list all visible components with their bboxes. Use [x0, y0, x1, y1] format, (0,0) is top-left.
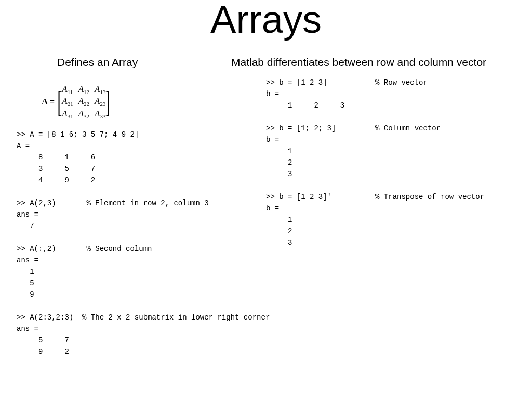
matrix-cell: A13	[95, 84, 105, 95]
matrix-cell: A12	[78, 84, 89, 95]
matrix-equation: A = [ A11 A12 A13 A21 A22 A23 A31 A32 A3…	[42, 84, 110, 119]
matrix-cell: A21	[62, 96, 73, 107]
matrix-cell: A23	[95, 96, 105, 107]
slide-title: Arrays	[0, 0, 532, 42]
matrix-cell: A31	[62, 109, 73, 119]
matrix-cell: A33	[95, 109, 105, 119]
subtitle-right: Matlab differentiates between row and co…	[231, 56, 486, 69]
left-bracket-icon: [	[58, 86, 62, 117]
right-bracket-icon: ]	[105, 86, 110, 117]
slide: Arrays Defines an Array Matlab different…	[0, 0, 532, 399]
matrix-cell: A32	[78, 109, 89, 119]
matrix-cell: A22	[78, 96, 89, 107]
matrix-grid: A11 A12 A13 A21 A22 A23 A31 A32 A33	[62, 84, 105, 119]
code-block-right: >> b = [1 2 3] % Row vector b = 1 2 3 >>…	[266, 77, 484, 248]
code-block-left: >> A = [8 1 6; 3 5 7; 4 9 2] A = 8 1 6 3…	[17, 129, 270, 357]
matrix-cell: A11	[62, 84, 73, 95]
subtitle-left: Defines an Array	[57, 56, 138, 69]
matrix-label: A =	[42, 97, 58, 107]
